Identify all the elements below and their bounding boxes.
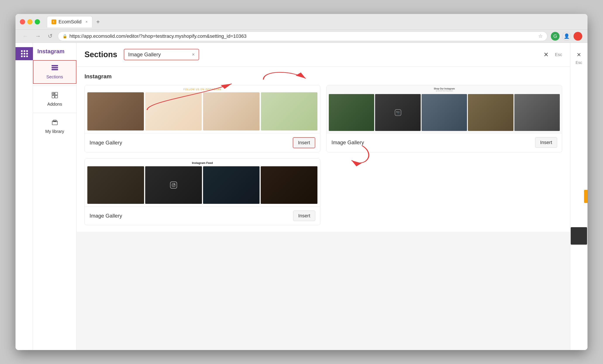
card-preview-light: FOLLOW US ON INSTAGRAM — [85, 85, 320, 133]
browser-tabs: E EcomSolid × + — [47, 16, 102, 27]
card-footer-2: Image Gallery Insert — [327, 133, 562, 152]
insert-button-1[interactable]: Insert — [293, 137, 315, 148]
scrollbar-thumb[interactable] — [571, 227, 587, 245]
addons-icon — [52, 92, 58, 100]
svg-point-12 — [173, 184, 174, 186]
gallery-img-3 — [203, 92, 260, 130]
card-name-1: Image Gallery — [90, 140, 122, 146]
insert-button-2[interactable]: Insert — [535, 137, 557, 148]
browser-actions: G 👤 — [551, 32, 582, 41]
dark-img-2: 📷 — [375, 94, 420, 131]
feed-img-3 — [203, 166, 260, 204]
google-account-button[interactable]: G — [551, 32, 559, 41]
app-content: Instagram Sections — [15, 43, 588, 350]
sections-close-button[interactable]: × — [544, 50, 548, 59]
main-panel: Sections × × Esc Instagram — [77, 43, 570, 350]
sections-header: Sections × × Esc — [77, 43, 570, 67]
sections-body: Instagram FOLLOW US ON INSTAGRAM — [77, 67, 570, 232]
search-box[interactable]: × — [124, 49, 199, 60]
url-text: https://app.ecomsolid.com/editor/?shop=t… — [70, 33, 536, 39]
tab-title: EcomSolid — [58, 19, 81, 25]
grid-icon — [21, 50, 27, 57]
back-button[interactable]: ← — [21, 32, 30, 40]
traffic-lights — [20, 19, 40, 24]
extension-button[interactable] — [574, 32, 582, 41]
panel-close-button[interactable]: × — [577, 51, 581, 59]
refresh-button[interactable]: ↺ — [46, 32, 54, 40]
minimize-traffic-light[interactable] — [27, 19, 33, 24]
card-name-3: Image Gallery — [90, 213, 122, 219]
browser-window: E EcomSolid × + ← → ↺ 🔒 https://app.ecom… — [15, 14, 588, 350]
dark-img-5 — [514, 94, 560, 131]
sidebar-item-sections[interactable]: Sections — [33, 60, 76, 84]
user-avatar-button[interactable]: 👤 — [562, 32, 571, 41]
sidebar-logo[interactable] — [15, 47, 33, 60]
cards-grid: FOLLOW US ON INSTAGRAM — [84, 85, 562, 152]
sidebar-second: Instagram Sections — [33, 43, 77, 350]
card-image-gallery-light[interactable]: FOLLOW US ON INSTAGRAM — [84, 85, 320, 152]
feed-img-2 — [145, 166, 202, 204]
browser-addressbar: ← → ↺ 🔒 https://app.ecomsolid.com/editor… — [15, 30, 588, 43]
dark-img-3 — [422, 94, 467, 131]
sections-panel: Sections × × Esc Instagram — [77, 43, 570, 232]
insert-button-3[interactable]: Insert — [293, 211, 315, 221]
gallery-img-4 — [261, 92, 317, 130]
gallery-img-1 — [87, 92, 144, 130]
svg-rect-7 — [52, 95, 55, 98]
empty-grid-cell — [326, 159, 562, 225]
sidebar-left — [15, 43, 33, 350]
browser-tab[interactable]: E EcomSolid × — [47, 16, 92, 27]
right-close-panel: × Esc — [570, 43, 588, 350]
card-footer-1: Image Gallery Insert — [85, 133, 320, 152]
sidebar-divider-2 — [33, 113, 76, 113]
my-library-icon — [52, 119, 58, 127]
card-name-2: Image Gallery — [331, 139, 364, 146]
tab-favicon: E — [52, 19, 56, 24]
card-footer-3: Image Gallery Insert — [85, 207, 320, 225]
feed-img-1 — [87, 166, 144, 204]
gallery-img-2 — [145, 92, 202, 130]
browser-titlebar: E EcomSolid × + — [15, 14, 588, 30]
address-bar[interactable]: 🔒 https://app.ecomsolid.com/editor/?shop… — [58, 31, 547, 41]
gallery-handle-text: @SHOPINSTAGRAM — [436, 90, 453, 92]
gallery-top-text: FOLLOW US ON INSTAGRAM — [183, 88, 221, 91]
sections-label: Sections — [46, 74, 63, 80]
sections-icon — [51, 65, 58, 73]
card-image-gallery-feed[interactable]: Instagram Feed — [84, 159, 320, 225]
group-title: Instagram — [84, 73, 562, 80]
close-traffic-light[interactable] — [20, 19, 25, 24]
search-clear-icon[interactable]: × — [192, 52, 195, 57]
esc-label: Esc — [555, 52, 562, 57]
instagram-icon — [170, 182, 177, 189]
bookmark-icon: ☆ — [538, 33, 543, 39]
tab-close-button[interactable]: × — [85, 20, 88, 24]
addons-label: Addons — [47, 102, 62, 107]
my-library-label: My library — [45, 129, 64, 134]
svg-rect-0 — [52, 65, 58, 66]
yellow-accent — [584, 190, 588, 203]
card-image-gallery-dark[interactable]: Shop Our Instagram @SHOPINSTAGRAM 📷 — [326, 85, 562, 152]
card-preview-dark: Shop Our Instagram @SHOPINSTAGRAM 📷 — [327, 85, 562, 133]
svg-point-13 — [174, 184, 175, 184]
dark-img-1 — [329, 94, 374, 131]
sidebar-brand-label: Instagram — [33, 43, 76, 60]
feed-title: Instagram Feed — [87, 161, 317, 165]
new-tab-button[interactable]: + — [94, 17, 102, 26]
maximize-traffic-light[interactable] — [35, 19, 40, 24]
card-preview-feed: Instagram Feed — [85, 159, 320, 207]
svg-rect-2 — [52, 69, 58, 70]
svg-rect-6 — [55, 92, 58, 95]
svg-rect-8 — [55, 95, 58, 98]
sidebar-item-my-library[interactable]: My library — [33, 115, 76, 138]
dark-img-4 — [468, 94, 513, 131]
feed-img-4 — [261, 166, 317, 204]
svg-rect-1 — [52, 67, 58, 68]
sidebar-divider-1 — [33, 86, 76, 86]
forward-button[interactable]: → — [33, 32, 43, 40]
sections-title: Sections — [84, 50, 117, 59]
gallery-shop-text: Shop Our Instagram — [434, 88, 455, 90]
sidebar-item-addons[interactable]: Addons — [33, 88, 76, 111]
lock-icon: 🔒 — [62, 34, 67, 39]
panel-esc-label: Esc — [576, 60, 582, 65]
search-input[interactable] — [128, 52, 189, 58]
